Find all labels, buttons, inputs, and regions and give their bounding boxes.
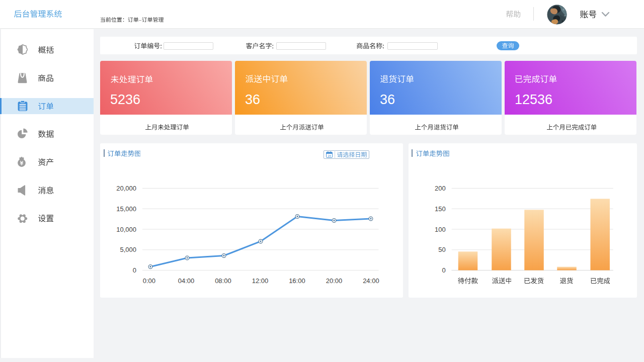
svg-text:50: 50 <box>438 246 445 253</box>
svg-text:200: 200 <box>435 185 446 192</box>
svg-text:08:00: 08:00 <box>215 277 231 285</box>
svg-text:5,000: 5,000 <box>120 246 136 253</box>
svg-text:12:00: 12:00 <box>252 277 269 285</box>
svg-text:0:00: 0:00 <box>143 277 155 285</box>
svg-text:20:00: 20:00 <box>326 277 343 285</box>
svg-text:100: 100 <box>435 226 446 233</box>
svg-text:24:00: 24:00 <box>363 277 379 285</box>
svg-text:0: 0 <box>442 266 445 274</box>
svg-text:20,000: 20,000 <box>116 185 136 192</box>
svg-text:150: 150 <box>435 205 446 213</box>
svg-text:15,000: 15,000 <box>116 205 136 213</box>
svg-text:04:00: 04:00 <box>178 277 195 285</box>
svg-text:16:00: 16:00 <box>289 277 305 285</box>
svg-text:10,000: 10,000 <box>116 226 136 233</box>
svg-text:0: 0 <box>133 266 136 274</box>
